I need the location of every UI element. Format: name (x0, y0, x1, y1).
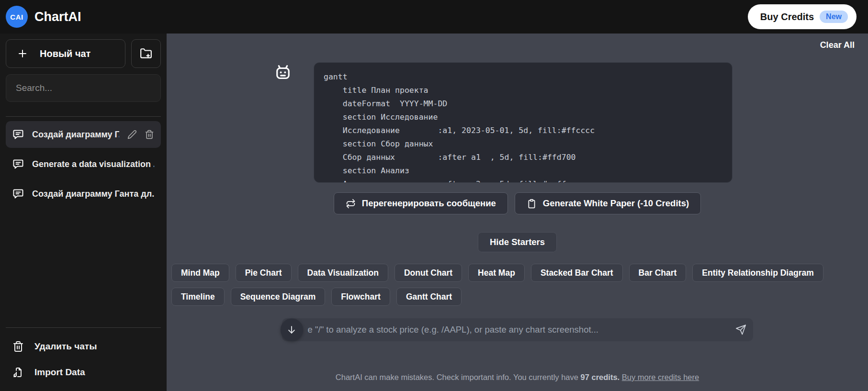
new-badge: New (820, 11, 848, 23)
edit-chat-icon[interactable] (127, 130, 137, 139)
arrow-down-icon (286, 324, 297, 335)
starter-chip[interactable]: Entity Relationship Diagram (692, 264, 823, 282)
app-title: ChartAI (34, 10, 81, 24)
sidebar: Новый чат Создай диаграмму Г... (0, 34, 167, 391)
starter-chip[interactable]: Sequence Diagram (231, 288, 326, 306)
repeat-icon (346, 199, 356, 209)
starter-chip[interactable]: Mind Map (171, 264, 229, 282)
import-data-label: Import Data (34, 367, 85, 378)
chat-message-input[interactable] (282, 318, 753, 341)
chat-list: Создай диаграмму Г... Generate a data vi… (6, 121, 161, 207)
sidebar-bottom-divider (6, 327, 161, 328)
paper-plane-icon (735, 324, 746, 335)
credits-count: 97 credits. (581, 373, 620, 381)
white-paper-label: Generate White Paper (-10 Credits) (543, 198, 689, 209)
clipboard-icon (527, 199, 537, 209)
new-chat-label: Новый чат (40, 48, 90, 59)
starter-chips: Mind MapPie ChartData VisualizationDonut… (167, 264, 868, 306)
sidebar-bottom: Удалить чаты Import Data (6, 327, 161, 385)
plus-icon (17, 48, 28, 59)
buy-credits-label: Buy Credits (760, 11, 814, 22)
message-actions: Перегенерировать сообщение Generate Whit… (167, 192, 868, 214)
starter-chip[interactable]: Gantt Chart (396, 288, 462, 306)
search-input[interactable] (6, 74, 161, 102)
chat-list-item[interactable]: Создай диаграмму Ганта дл... (6, 180, 161, 207)
footer-text: ChartAI can make mistakes. Check importa… (336, 373, 581, 381)
starter-chip[interactable]: Donut Chart (395, 264, 462, 282)
starter-chip[interactable]: Data Visualization (298, 264, 388, 282)
chat-main-area: Clear All gantt title План проекта dateF… (167, 34, 868, 391)
chat-list-item[interactable]: Создай диаграмму Г... (6, 121, 161, 148)
new-chat-button[interactable]: Новый чат (6, 39, 125, 68)
starter-chip[interactable]: Bar Chart (629, 264, 687, 282)
chat-item-label: Generate a data visualization ... (32, 159, 154, 169)
footer-disclaimer: ChartAI can make mistakes. Check importa… (167, 350, 868, 391)
chat-item-actions (127, 130, 154, 139)
clear-all-button[interactable]: Clear All (820, 40, 855, 50)
hide-starters-button[interactable]: Hide Starters (478, 232, 557, 252)
chat-bubble-icon (12, 188, 24, 200)
starter-chip[interactable]: Pie Chart (236, 264, 292, 282)
mermaid-gantt-code: gantt title План проекта dateFormat YYYY… (314, 63, 732, 183)
buy-more-credits-link[interactable]: Buy more credits here (622, 373, 699, 381)
buy-credits-button[interactable]: Buy Credits New (748, 4, 857, 29)
bot-avatar-icon (273, 63, 293, 83)
folder-plus-icon (140, 47, 152, 60)
starter-chip[interactable]: Heat Map (468, 264, 525, 282)
footer-line-1: ChartAI can make mistakes. Check importa… (167, 372, 868, 383)
generate-white-paper-button[interactable]: Generate White Paper (-10 Credits) (515, 192, 701, 214)
regenerate-label: Перегенерировать сообщение (362, 198, 496, 209)
starter-chip[interactable]: Timeline (171, 288, 225, 306)
delete-chats-label: Удалить чаты (34, 341, 97, 352)
app-logo: CAI (6, 6, 28, 28)
assistant-message: gantt title План проекта dateFormat YYYY… (167, 62, 868, 183)
app-header: CAI ChartAI Buy Credits New (0, 0, 868, 34)
import-file-icon (12, 367, 24, 378)
starter-chip[interactable]: Flowchart (331, 288, 390, 306)
chat-list-item[interactable]: Generate a data visualization ... (6, 151, 161, 178)
chat-bubble-icon (12, 158, 24, 170)
code-block[interactable]: gantt title План проекта dateFormat YYYY… (314, 62, 733, 183)
trash-icon (12, 341, 24, 352)
chat-input-row (282, 318, 753, 341)
send-button[interactable] (735, 324, 746, 335)
app-logo-text: CAI (10, 13, 23, 21)
delete-chats-button[interactable]: Удалить чаты (6, 334, 161, 359)
import-data-button[interactable]: Import Data (6, 359, 161, 385)
scroll-to-bottom-button[interactable] (281, 319, 303, 341)
chat-item-label: Создай диаграмму Ганта дл... (32, 189, 154, 199)
chat-item-label: Создай диаграмму Г... (32, 130, 119, 140)
delete-chat-icon[interactable] (145, 130, 154, 139)
regenerate-button[interactable]: Перегенерировать сообщение (334, 192, 508, 214)
starter-chip[interactable]: Stacked Bar Chart (531, 264, 623, 282)
sidebar-divider (6, 116, 161, 117)
chat-bubble-icon (12, 129, 24, 140)
new-folder-button[interactable] (131, 39, 161, 68)
